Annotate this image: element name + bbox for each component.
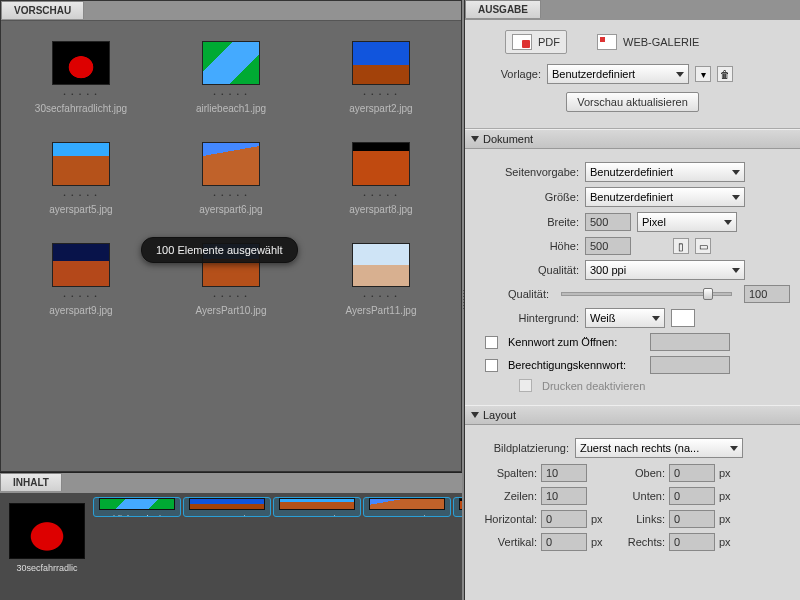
width-label: Breite: [469,216,579,228]
placement-value: Zuerst nach rechts (na... [580,442,699,454]
placement-select[interactable]: Zuerst nach rechts (na... [575,438,743,458]
cols-input[interactable] [541,464,587,482]
background-select[interactable]: Weiß [585,308,665,328]
unit-px: px [719,490,743,502]
preview-thumb[interactable]: • • • • •ayerspart6.jpg [199,142,262,215]
refresh-preview-button[interactable]: Vorschau aktualisieren [566,92,699,112]
rows-label: Zeilen: [469,490,537,502]
right-label: Rechts: [619,536,665,548]
rating-dots: • • • • • [63,91,98,97]
background-label: Hintergrund: [469,312,579,324]
strip-label: ayerspart2.jpg [187,514,267,516]
preview-thumb[interactable]: • • • • •ayerspart8.jpg [349,142,412,215]
portrait-icon[interactable]: ▯ [673,238,689,254]
landscape-icon[interactable]: ▭ [695,238,711,254]
layout-section-header[interactable]: Layout [465,405,800,425]
size-select[interactable]: Benutzerdefiniert [585,187,745,207]
strip-image [279,498,355,510]
width-input[interactable] [585,213,631,231]
chevron-down-icon [652,316,660,321]
thumb-label: airliebeach1.jpg [196,103,266,114]
perm-password-label: Berechtigungskennwort: [508,359,644,371]
perm-password-checkbox[interactable] [485,359,498,372]
unit-px: px [591,536,615,548]
save-template-icon[interactable]: ▾ [695,66,711,82]
strip-thumb[interactable]: airliebeach1.jp [93,497,181,517]
content-tab[interactable]: INHALT [0,473,62,491]
quality-value: 300 ppi [590,264,626,276]
page-preset-select[interactable]: Benutzerdefiniert [585,162,745,182]
left-label: Links: [619,513,665,525]
height-input[interactable] [585,237,631,255]
vert-input[interactable] [541,533,587,551]
right-input[interactable] [669,533,715,551]
pdf-output-button[interactable]: PDF [505,30,567,54]
quality-slider-label: Qualität: [469,288,549,300]
template-select[interactable]: Benutzerdefiniert [547,64,689,84]
rating-dots: • • • • • [363,192,398,198]
delete-template-icon[interactable]: 🗑 [717,66,733,82]
chevron-down-icon [724,220,732,225]
background-value: Weiß [590,312,615,324]
preview-thumb[interactable]: • • • • •AyersPart11.jpg [346,243,417,316]
chevron-down-icon [732,170,740,175]
strip-thumb[interactable]: ayerspart6.jpg [363,497,451,517]
content-strip[interactable]: 30secfahrradlicairliebeach1.jpayerspart2… [0,493,462,600]
horiz-input[interactable] [541,510,587,528]
output-tab[interactable]: AUSGABE [465,0,541,18]
thumb-label: AyersPart10.jpg [196,305,267,316]
size-value: Benutzerdefiniert [590,191,673,203]
web-gallery-button[interactable]: WEB-GALERIE [595,30,701,54]
strip-thumb[interactable]: ayers [453,497,462,517]
preview-thumb[interactable]: • • • • •30secfahrradlicht.jpg [35,41,127,114]
strip-label: 30secfahrradlic [7,563,87,573]
strip-thumb[interactable]: ayerspart5.jpg [273,497,361,517]
thumb-image [52,41,110,85]
preview-thumb[interactable]: • • • • •airliebeach1.jpg [196,41,266,114]
strip-thumb[interactable]: 30secfahrradlic [3,497,91,597]
unit-px: px [591,513,615,525]
cols-label: Spalten: [469,467,537,479]
rating-dots: • • • • • [63,293,98,299]
rating-dots: • • • • • [213,192,248,198]
preview-tab[interactable]: VORSCHAU [1,1,84,19]
open-password-checkbox[interactable] [485,336,498,349]
rating-dots: • • • • • [213,91,248,97]
thumb-image [202,41,260,85]
strip-thumb[interactable]: ayerspart2.jpg [183,497,271,517]
bottom-label: Unten: [619,490,665,502]
thumb-label: ayerspart5.jpg [49,204,112,215]
preview-thumb[interactable]: • • • • •ayerspart2.jpg [349,41,412,114]
perm-password-input[interactable] [650,356,730,374]
slider-thumb[interactable] [703,288,713,300]
quality-slider[interactable] [561,292,732,296]
preview-thumb[interactable]: • • • • •ayerspart5.jpg [49,142,112,215]
thumb-label: AyersPart11.jpg [346,305,417,316]
vert-label: Vertikal: [469,536,537,548]
strip-image [9,503,85,559]
thumb-image [352,243,410,287]
background-swatch[interactable] [671,309,695,327]
pdf-icon [512,34,532,50]
web-icon [597,34,617,50]
top-label: Oben: [619,467,665,479]
left-input[interactable] [669,510,715,528]
width-unit-select[interactable]: Pixel [637,212,737,232]
chevron-down-icon [732,195,740,200]
document-section-header[interactable]: Dokument [465,129,800,149]
top-input[interactable] [669,464,715,482]
bottom-input[interactable] [669,487,715,505]
thumb-image [352,142,410,186]
chevron-down-icon [732,268,740,273]
template-label: Vorlage: [479,68,541,80]
open-password-input[interactable] [650,333,730,351]
rows-input[interactable] [541,487,587,505]
disable-print-checkbox[interactable] [519,379,532,392]
rating-dots: • • • • • [363,91,398,97]
strip-image [189,498,265,510]
preview-thumb[interactable]: • • • • •ayerspart9.jpg [49,243,112,316]
quality-slider-value[interactable] [744,285,790,303]
placement-label: Bildplatzierung: [469,442,569,454]
unit-px: px [719,467,743,479]
quality-select[interactable]: 300 ppi [585,260,745,280]
